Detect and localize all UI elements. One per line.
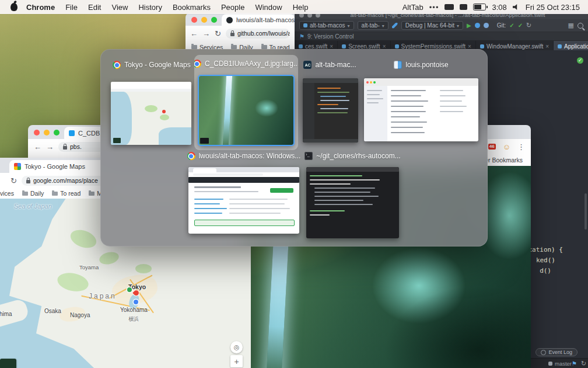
alttab-thumbnail-github[interactable] [188, 167, 299, 234]
back-button[interactable] [190, 30, 198, 37]
zoom-in-button[interactable]: + [230, 355, 243, 367]
thumb-decor [320, 108, 348, 109]
scrollbar[interactable] [584, 193, 587, 230]
alttab-dots[interactable]: ••• [429, 3, 439, 12]
close-tab-icon[interactable] [545, 43, 549, 50]
alttab-item-terminal[interactable]: ~/git_clones/rhs-autocom... [304, 150, 401, 239]
debug-button[interactable] [475, 23, 480, 28]
alttab-item-image-selected[interactable]: C_CDB1IUwAAxy_d.jpg:larg... [194, 55, 298, 150]
apple-menu-icon[interactable] [10, 3, 18, 11]
battery-icon[interactable] [473, 4, 486, 11]
swift-file-icon [342, 44, 346, 48]
menu-bookmarks[interactable]: Bookmarks [167, 3, 216, 12]
menu-app-name[interactable]: Chrome [21, 3, 60, 12]
browser-tab[interactable]: Tokyo - Google Maps [9, 160, 105, 173]
version-control-icon [299, 33, 304, 40]
inspection-ok-icon [577, 57, 583, 64]
minimize-button[interactable] [44, 130, 50, 136]
back-button[interactable] [34, 143, 41, 151]
browser-tab[interactable]: lwouis/alt-tab-macos: Wind [222, 14, 295, 26]
menu-view[interactable]: View [106, 3, 133, 12]
bookmark-item[interactable]: To read [52, 190, 80, 197]
terminal-app-icon [304, 152, 313, 160]
github-favicon [226, 17, 233, 23]
branch-icon [548, 362, 552, 366]
thumb-decor [194, 220, 295, 226]
thumb-decor [317, 104, 338, 105]
reload-button[interactable] [215, 30, 221, 37]
thumb-decor [391, 132, 425, 133]
git-branch-widget[interactable]: master [548, 360, 572, 367]
menu-people[interactable]: People [216, 3, 250, 12]
alttab-item-appcode[interactable]: AC alt-tab-mac... [298, 57, 362, 148]
map-pin-green[interactable] [127, 287, 132, 292]
thumb-decor [367, 94, 380, 95]
forward-button[interactable] [202, 30, 210, 37]
thumb-decor [194, 199, 223, 200]
run-button[interactable] [467, 22, 471, 29]
thumb-decor [391, 116, 420, 117]
thumb-decor [440, 90, 463, 91]
close-button[interactable] [34, 130, 40, 136]
close-tab-icon[interactable] [330, 43, 333, 50]
tool-windows-icon[interactable] [568, 22, 574, 29]
close-tab-icon[interactable] [383, 43, 386, 50]
my-location-button[interactable] [230, 341, 243, 353]
address-bar[interactable]: github.com/lwouis/a [226, 29, 290, 39]
menu-extra-icon-2[interactable] [460, 4, 467, 10]
chrome-github-window[interactable]: lwouis/alt-tab-macos: Wind github.com/lw… [186, 13, 295, 54]
close-button[interactable] [191, 17, 197, 23]
zoom-button[interactable] [211, 17, 217, 23]
menu-clock[interactable]: Fri 25 Oct 23:15 [526, 3, 580, 12]
map-pin-blue[interactable] [134, 300, 138, 304]
alttab-thumbnail-terminal[interactable] [306, 167, 399, 238]
edit-config-icon[interactable] [392, 23, 398, 29]
git-update-icon[interactable] [509, 22, 514, 29]
thumb-decor [159, 127, 191, 145]
scheme-selector[interactable]: alt-tab-macos [299, 21, 354, 30]
event-log-button[interactable]: Event Log [536, 348, 578, 356]
battery-time[interactable]: 3:08 [492, 3, 506, 12]
profile-avatar[interactable] [503, 141, 510, 152]
forward-button[interactable] [46, 143, 54, 151]
map-label-yokohama: Yokohama [120, 307, 148, 313]
alttab-thumbnail-appcode[interactable] [303, 78, 358, 143]
alttab-item-google-maps[interactable]: Tokyo - Google Maps [108, 57, 195, 148]
git-commit-icon[interactable] [518, 22, 523, 29]
tool-window-button[interactable]: 9: Version Control [307, 33, 354, 40]
zoom-button[interactable] [54, 130, 60, 136]
menu-help[interactable]: Help [288, 3, 314, 12]
swift-file-icon [558, 44, 562, 48]
satellite-toggle-thumbnail[interactable] [0, 359, 16, 368]
target-selector[interactable]: alt-tab- [358, 21, 388, 30]
folder-icon [52, 192, 58, 196]
thumb-decor [367, 90, 382, 91]
alttab-item-finder[interactable]: louis.pontoise [362, 57, 481, 147]
volume-icon[interactable] [513, 4, 520, 11]
alttab-status-item[interactable]: AltTab [402, 3, 424, 12]
thumb-decor [303, 83, 314, 139]
menu-file[interactable]: File [60, 3, 83, 12]
status-refresh-icon[interactable] [581, 360, 586, 367]
alttab-item-github[interactable]: lwouis/alt-tab-macos: Windows... [186, 150, 302, 236]
menu-history[interactable]: History [133, 3, 167, 12]
run-config-selector[interactable]: Debug | Mac 64-bit [401, 21, 463, 30]
bookmark-item[interactable]: Daily [22, 190, 44, 197]
minimize-button[interactable] [201, 17, 207, 23]
menu-edit[interactable]: Edit [83, 3, 106, 12]
extension-badge[interactable]: 46 [488, 144, 496, 150]
chrome-menu-icon[interactable] [517, 143, 525, 151]
vcs-refresh-icon[interactable] [526, 22, 531, 29]
alttab-thumbnail-maps[interactable] [111, 82, 191, 145]
search-everywhere-icon[interactable] [578, 23, 583, 29]
close-tab-icon[interactable] [468, 43, 471, 50]
bookmark-item[interactable]: vices [0, 190, 14, 197]
coverage-button[interactable] [484, 23, 489, 28]
menu-extra-icon-1[interactable] [444, 4, 454, 10]
alttab-thumbnail-finder[interactable] [364, 78, 478, 141]
reload-button[interactable] [10, 177, 17, 185]
folder-icon [191, 45, 197, 49]
status-flag-icon[interactable] [572, 360, 577, 367]
menu-window[interactable]: Window [250, 3, 287, 12]
alttab-thumbnail-image[interactable] [199, 76, 293, 145]
